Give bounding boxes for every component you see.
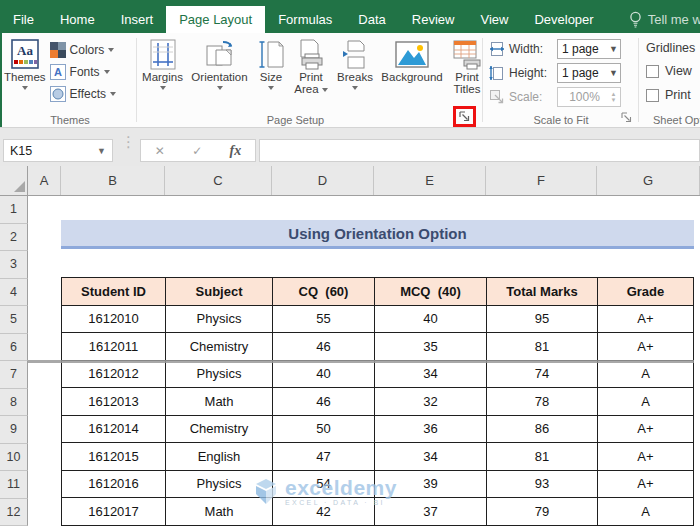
gridlines-print-checkbox[interactable] xyxy=(646,89,659,102)
scale-spinner[interactable]: 100% ▲▼ xyxy=(557,87,621,107)
row-header-2[interactable]: 2 xyxy=(0,224,28,252)
row-header-8[interactable]: 8 xyxy=(0,389,28,417)
table-cell[interactable]: 34 xyxy=(375,443,487,471)
gridlines-view-checkbox[interactable] xyxy=(646,65,659,78)
table-cell[interactable]: A xyxy=(598,498,694,526)
table-cell[interactable]: Physics xyxy=(166,305,273,333)
scale-to-fit-dialog-launcher[interactable] xyxy=(619,110,633,124)
width-combobox[interactable]: 1 page ▼ xyxy=(557,39,621,59)
table-cell[interactable]: Math xyxy=(166,498,273,526)
cancel-button[interactable]: ✕ xyxy=(155,144,165,158)
table-cell[interactable]: 81 xyxy=(487,333,598,361)
table-cell[interactable]: 47 xyxy=(273,443,375,471)
orientation-button[interactable]: Orientation xyxy=(188,33,251,95)
table-header-cell[interactable]: Student ID xyxy=(62,278,166,306)
table-cell[interactable]: 1612010 xyxy=(62,305,166,333)
table-cell[interactable]: 93 xyxy=(487,470,598,498)
enter-button[interactable]: ✓ xyxy=(192,144,202,158)
select-all-button[interactable] xyxy=(0,166,28,195)
column-header-B[interactable]: B xyxy=(61,166,165,195)
table-cell[interactable]: A xyxy=(598,360,694,388)
column-header-F[interactable]: F xyxy=(486,166,597,195)
table-cell[interactable]: 74 xyxy=(487,360,598,388)
table-cell[interactable]: Math xyxy=(166,388,273,416)
row-header-11[interactable]: 11 xyxy=(0,471,28,499)
table-cell[interactable]: Physics xyxy=(166,470,273,498)
table-cell[interactable]: 86 xyxy=(487,415,598,443)
insert-function-button[interactable]: fx xyxy=(230,143,242,159)
tell-me-box[interactable]: Tell me what y xyxy=(629,6,700,33)
column-header-C[interactable]: C xyxy=(165,166,272,195)
row-header-3[interactable]: 3 xyxy=(0,251,28,279)
formula-input[interactable] xyxy=(259,139,700,162)
tab-formulas[interactable]: Formulas xyxy=(265,6,345,33)
breaks-button[interactable]: Breaks xyxy=(333,33,377,95)
column-header-D[interactable]: D xyxy=(272,166,374,195)
table-cell[interactable]: A+ xyxy=(598,443,694,471)
effects-button[interactable]: Effects xyxy=(50,84,116,103)
table-cell[interactable]: 1612012 xyxy=(62,360,166,388)
table-cell[interactable]: 50 xyxy=(273,415,375,443)
tab-view[interactable]: View xyxy=(467,6,521,33)
background-button[interactable]: Background xyxy=(379,33,445,95)
table-cell[interactable]: 1612017 xyxy=(62,498,166,526)
print-area-button[interactable]: Print Area xyxy=(291,33,331,95)
tab-data[interactable]: Data xyxy=(345,6,398,33)
print-titles-button[interactable]: Print Titles xyxy=(447,33,487,95)
table-header-cell[interactable]: Grade xyxy=(598,278,694,306)
table-cell[interactable]: A+ xyxy=(598,333,694,361)
table-cell[interactable]: A+ xyxy=(598,470,694,498)
table-cell[interactable]: A+ xyxy=(598,415,694,443)
table-header-cell[interactable]: CQ (60) xyxy=(273,278,375,306)
row-header-12[interactable]: 12 xyxy=(0,499,28,527)
table-cell[interactable]: 46 xyxy=(273,333,375,361)
table-cell[interactable]: A+ xyxy=(598,305,694,333)
table-cell[interactable]: A xyxy=(598,388,694,416)
row-header-10[interactable]: 10 xyxy=(0,444,28,472)
margins-button[interactable]: Margins xyxy=(139,33,186,95)
row-header-6[interactable]: 6 xyxy=(0,334,28,362)
table-cell[interactable]: 1612015 xyxy=(62,443,166,471)
table-cell[interactable]: 40 xyxy=(273,360,375,388)
size-button[interactable]: Size xyxy=(253,33,289,95)
name-box[interactable]: K15 ▼ xyxy=(3,139,113,162)
table-header-cell[interactable]: Subject xyxy=(166,278,273,306)
table-cell[interactable]: 36 xyxy=(375,415,487,443)
table-cell[interactable]: 39 xyxy=(375,470,487,498)
row-header-1[interactable]: 1 xyxy=(0,196,28,224)
table-cell[interactable]: English xyxy=(166,443,273,471)
tab-insert[interactable]: Insert xyxy=(108,6,167,33)
table-cell[interactable]: 1612016 xyxy=(62,470,166,498)
table-cell[interactable]: 81 xyxy=(487,443,598,471)
table-cell[interactable]: 1612011 xyxy=(62,333,166,361)
table-cell[interactable]: Chemistry xyxy=(166,333,273,361)
themes-button[interactable]: Aa Themes xyxy=(4,33,46,103)
table-cell[interactable]: 32 xyxy=(375,388,487,416)
fonts-button[interactable]: A Fonts xyxy=(50,62,116,81)
title-banner-cell[interactable]: Using Orientation Option xyxy=(61,220,694,249)
table-cell[interactable]: 95 xyxy=(487,305,598,333)
tab-developer[interactable]: Developer xyxy=(521,6,606,33)
table-cell[interactable]: 54 xyxy=(273,470,375,498)
page-setup-dialog-launcher[interactable] xyxy=(458,110,472,124)
row-header-4[interactable]: 4 xyxy=(0,279,28,307)
column-header-G[interactable]: G xyxy=(597,166,700,195)
tab-page-layout[interactable]: Page Layout xyxy=(166,6,265,33)
colors-button[interactable]: Colors xyxy=(50,40,116,59)
table-cell[interactable]: 46 xyxy=(273,388,375,416)
row-header-7[interactable]: 7 xyxy=(0,361,28,389)
table-cell[interactable]: Physics xyxy=(166,360,273,388)
row-header-5[interactable]: 5 xyxy=(0,306,28,334)
column-header-E[interactable]: E xyxy=(374,166,486,195)
table-header-cell[interactable]: Total Marks xyxy=(487,278,598,306)
table-header-cell[interactable]: MCQ (40) xyxy=(375,278,487,306)
table-cell[interactable]: 40 xyxy=(375,305,487,333)
table-cell[interactable]: 1612014 xyxy=(62,415,166,443)
tab-file[interactable]: File xyxy=(0,6,47,33)
table-cell[interactable]: 55 xyxy=(273,305,375,333)
table-cell[interactable]: 78 xyxy=(487,388,598,416)
table-cell[interactable]: 1612013 xyxy=(62,388,166,416)
table-cell[interactable]: Chemistry xyxy=(166,415,273,443)
height-combobox[interactable]: 1 page ▼ xyxy=(557,63,621,83)
row-header-9[interactable]: 9 xyxy=(0,416,28,444)
